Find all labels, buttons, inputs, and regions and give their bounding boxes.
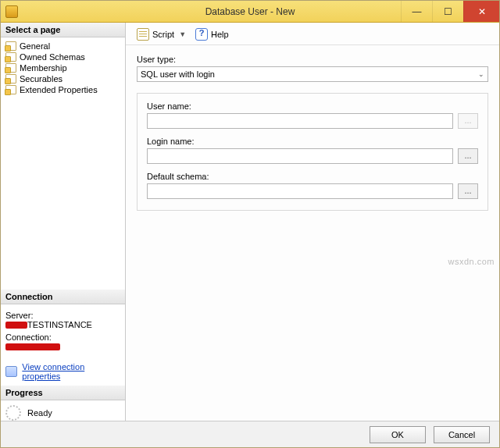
properties-icon (5, 366, 17, 377)
sidebar-item-owned-schemas[interactable]: Owned Schemas (1, 52, 125, 62)
connection-header: Connection (1, 290, 125, 304)
progress-block: Ready (1, 400, 125, 421)
close-button[interactable]: ✕ (463, 1, 499, 22)
page-icon (5, 52, 16, 62)
minimize-button[interactable]: — (401, 1, 432, 22)
sidebar-item-membership[interactable]: Membership (1, 62, 125, 73)
main-panel: Script ▼ Help User type: SQL user with l… (126, 23, 499, 421)
app-icon (5, 5, 18, 18)
dialog-footer: OK Cancel (1, 421, 499, 447)
connection-label: Connection: (5, 332, 120, 342)
sidebar-item-label: Membership (20, 63, 67, 73)
page-icon (5, 41, 16, 51)
redacted-text (5, 322, 27, 329)
view-connection-properties[interactable]: View connection properties (1, 357, 125, 386)
title-bar: Database User - New — ☐ ✕ (1, 1, 499, 23)
chevron-down-icon: ▼ (179, 30, 186, 38)
login-name-label: Login name: (147, 137, 478, 146)
sidebar-item-label: Extended Properties (20, 85, 98, 94)
page-icon (5, 63, 16, 73)
page-icon (5, 85, 16, 94)
server-label: Server: (5, 311, 120, 320)
sidebar-item-general[interactable]: General (1, 41, 125, 52)
select-page-header: Select a page (1, 23, 125, 37)
default-schema-browse-button[interactable]: ... (458, 183, 478, 199)
sidebar-item-securables[interactable]: Securables (1, 73, 125, 84)
script-label: Script (152, 30, 174, 39)
chevron-down-icon: ⌄ (478, 70, 484, 78)
redacted-text (5, 343, 60, 350)
user-type-label: User type: (137, 55, 488, 64)
user-type-value: SQL user with login (141, 69, 215, 79)
user-name-browse-button: ... (458, 113, 478, 129)
sidebar: Select a page General Owned Schemas Memb… (1, 23, 126, 421)
login-name-input[interactable] (147, 148, 453, 164)
script-button[interactable]: Script ▼ (134, 27, 189, 41)
fields-group: User name: ... Login name: ... Default s… (137, 93, 488, 211)
help-label: Help (211, 30, 229, 39)
server-value: TESTINSTANCE (5, 320, 120, 329)
cancel-button[interactable]: Cancel (434, 426, 490, 443)
default-schema-label: Default schema: (147, 172, 478, 181)
login-name-browse-button[interactable]: ... (458, 148, 478, 164)
ok-button[interactable]: OK (370, 426, 426, 443)
page-nav: General Owned Schemas Membership Securab… (1, 37, 125, 98)
connection-block: Server: TESTINSTANCE Connection: (1, 304, 125, 357)
progress-status: Ready (27, 408, 52, 418)
sidebar-item-label: Owned Schemas (20, 52, 85, 62)
sidebar-item-label: General (20, 41, 50, 51)
connection-value (5, 342, 120, 351)
sidebar-item-extended-properties[interactable]: Extended Properties (1, 84, 125, 95)
help-icon (195, 28, 208, 41)
watermark: wsxdn.com (448, 257, 495, 266)
window-buttons: — ☐ ✕ (401, 1, 499, 22)
form: User type: SQL user with login ⌄ User na… (126, 45, 499, 220)
progress-spinner-icon (5, 405, 21, 421)
sidebar-item-label: Securables (20, 74, 62, 84)
script-icon (137, 28, 149, 41)
view-connection-properties-link[interactable]: View connection properties (22, 362, 120, 381)
help-button[interactable]: Help (192, 27, 232, 41)
user-name-label: User name: (147, 101, 478, 111)
user-type-select[interactable]: SQL user with login ⌄ (137, 66, 488, 82)
default-schema-input[interactable] (147, 183, 453, 199)
maximize-button[interactable]: ☐ (432, 1, 463, 22)
page-icon (5, 74, 16, 84)
toolbar: Script ▼ Help (126, 23, 499, 45)
user-name-input[interactable] (147, 113, 453, 129)
progress-header: Progress (1, 386, 125, 400)
